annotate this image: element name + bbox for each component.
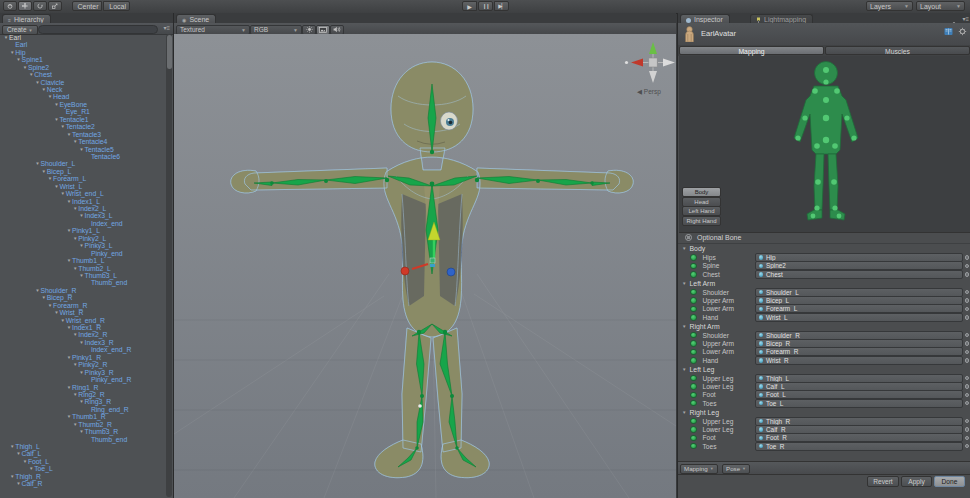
object-picker-icon[interactable] bbox=[965, 350, 970, 355]
rotate-tool-button[interactable] bbox=[33, 1, 47, 11]
step-button[interactable]: ▶▏ bbox=[494, 1, 509, 11]
object-picker-icon[interactable] bbox=[965, 298, 970, 303]
hierarchy-item[interactable]: ▼Bicep_R bbox=[0, 294, 166, 301]
hierarchy-item[interactable]: ▼Pinky1_L bbox=[0, 227, 166, 234]
pose-menu-button[interactable]: Pose▼ bbox=[722, 464, 750, 474]
object-picker-icon[interactable] bbox=[965, 401, 970, 406]
body-part-button-head[interactable]: Head bbox=[682, 197, 721, 207]
section-header[interactable]: ▼Right Arm bbox=[678, 322, 970, 331]
hierarchy-scrollbar[interactable] bbox=[166, 34, 172, 497]
section-header[interactable]: ▼Left Leg bbox=[678, 364, 970, 373]
y-axis-cone[interactable] bbox=[649, 42, 657, 54]
hierarchy-item[interactable]: ▼Wrist_end_R bbox=[0, 317, 166, 324]
object-picker-icon[interactable] bbox=[965, 290, 970, 295]
create-button[interactable]: Create ▼ bbox=[2, 25, 38, 35]
hierarchy-item[interactable]: ▼Tentacle4 bbox=[0, 138, 166, 145]
pivot-center-button[interactable]: Center bbox=[72, 1, 102, 11]
expand-arrow-icon[interactable]: ▼ bbox=[682, 324, 686, 329]
play-button[interactable]: ▶ bbox=[462, 1, 477, 11]
hierarchy-item[interactable]: ▼Thumb2_L bbox=[0, 265, 166, 272]
bone-object-field[interactable]: Foot_L bbox=[755, 390, 964, 399]
bone-object-field[interactable]: Toe_R bbox=[755, 442, 964, 451]
body-part-button-left-hand[interactable]: Left Hand bbox=[682, 206, 721, 216]
hierarchy-item[interactable]: ▼Tentacle5 bbox=[0, 146, 166, 153]
hierarchy-item[interactable]: ▼Earl bbox=[0, 34, 166, 41]
lighting-toggle-button[interactable] bbox=[302, 25, 316, 35]
scale-tool-button[interactable] bbox=[48, 1, 62, 11]
object-picker-icon[interactable] bbox=[965, 444, 970, 449]
hierarchy-item[interactable]: ▼Clavicle bbox=[0, 79, 166, 86]
color-mode-dropdown[interactable]: RGB▼ bbox=[250, 25, 302, 35]
hierarchy-item[interactable]: ▼Bicep_L bbox=[0, 168, 166, 175]
hierarchy-item[interactable]: ▼Pinky1_R bbox=[0, 354, 166, 361]
object-picker-icon[interactable] bbox=[965, 427, 970, 432]
gizmo-cube[interactable] bbox=[649, 58, 657, 67]
hierarchy-item[interactable]: Earl bbox=[0, 41, 166, 48]
hierarchy-item[interactable]: ▼Thigh_R bbox=[0, 473, 166, 480]
hierarchy-item[interactable]: ▼Ring1_R bbox=[0, 384, 166, 391]
scene-viewport[interactable]: ◀ Persp bbox=[174, 34, 676, 498]
panel-menu-icon[interactable]: ▾≡ bbox=[163, 24, 170, 31]
hierarchy-item[interactable]: ▼Thumb3_R bbox=[0, 428, 166, 435]
hierarchy-item[interactable]: ▼Calf_R bbox=[0, 480, 166, 487]
hierarchy-item[interactable]: ▼Pinky3_R bbox=[0, 369, 166, 376]
hierarchy-item[interactable]: Index_end_R bbox=[0, 346, 166, 353]
hierarchy-item[interactable]: ▼Calf_L bbox=[0, 451, 166, 458]
object-picker-icon[interactable] bbox=[965, 264, 970, 269]
hierarchy-item[interactable]: ▼Index1_L bbox=[0, 198, 166, 205]
hierarchy-item[interactable]: ▼Forearm_R bbox=[0, 302, 166, 309]
hierarchy-item[interactable]: Thumb_end bbox=[0, 436, 166, 443]
object-picker-icon[interactable] bbox=[965, 393, 970, 398]
expand-arrow-icon[interactable]: ▼ bbox=[682, 281, 686, 286]
scene-orientation-gizmo[interactable]: ◀ Persp bbox=[625, 42, 675, 96]
expand-arrow-icon[interactable]: ▼ bbox=[682, 410, 686, 415]
move-tool-button[interactable] bbox=[18, 1, 32, 11]
hierarchy-item[interactable]: ▼Ring2_R bbox=[0, 391, 166, 398]
down-axis-cone[interactable] bbox=[649, 71, 657, 83]
hierarchy-item[interactable]: Eye_R1 bbox=[0, 108, 166, 115]
hierarchy-item[interactable]: ▼Wrist_R bbox=[0, 309, 166, 316]
gizmo-x-handle[interactable] bbox=[401, 267, 409, 275]
x-axis-cone[interactable] bbox=[631, 59, 643, 67]
revert-button[interactable]: Revert bbox=[867, 476, 899, 487]
object-picker-icon[interactable] bbox=[965, 255, 970, 260]
tab-muscles[interactable]: Muscles bbox=[825, 46, 970, 55]
object-picker-icon[interactable] bbox=[965, 376, 970, 381]
hierarchy-item[interactable]: ▼Thumb3_L bbox=[0, 272, 166, 279]
bone-object-field[interactable]: Toe_L bbox=[755, 399, 964, 408]
apply-button[interactable]: Apply bbox=[901, 476, 932, 487]
hierarchy-item[interactable]: ▼Thumb1_L bbox=[0, 257, 166, 264]
hierarchy-item[interactable]: ▼Tentacle1 bbox=[0, 116, 166, 123]
hierarchy-item[interactable]: Index_end bbox=[0, 220, 166, 227]
bone-object-field[interactable]: Chest bbox=[755, 270, 964, 279]
hierarchy-item[interactable]: Pinky_end bbox=[0, 250, 166, 257]
hierarchy-item[interactable]: ▼Thigh_L bbox=[0, 443, 166, 450]
hierarchy-item[interactable]: ▼Pinky2_L bbox=[0, 235, 166, 242]
hierarchy-item[interactable]: ▼Spine1 bbox=[0, 56, 166, 63]
hierarchy-item[interactable]: ▼EyeBone bbox=[0, 101, 166, 108]
audio-toggle-button[interactable] bbox=[330, 25, 344, 35]
object-picker-icon[interactable] bbox=[965, 436, 970, 441]
object-picker-icon[interactable] bbox=[965, 307, 970, 312]
hand-tool-button[interactable] bbox=[3, 1, 17, 11]
hierarchy-item[interactable]: ▼Pinky3_L bbox=[0, 242, 166, 249]
hierarchy-item[interactable]: ▼Thumb2_R bbox=[0, 421, 166, 428]
scrollbar-thumb[interactable] bbox=[167, 35, 172, 69]
avatar-diagram[interactable] bbox=[754, 58, 899, 230]
hierarchy-item[interactable]: ▼Shoulder_R bbox=[0, 287, 166, 294]
hierarchy-item[interactable]: ▼Foot_L bbox=[0, 458, 166, 465]
object-picker-icon[interactable] bbox=[965, 419, 970, 424]
hierarchy-item[interactable]: ▼Tentacle3 bbox=[0, 131, 166, 138]
help-book-icon[interactable] bbox=[944, 27, 953, 36]
bone-object-field[interactable]: Foot_R bbox=[755, 433, 964, 442]
gear-icon[interactable] bbox=[958, 27, 967, 36]
layout-dropdown[interactable]: Layout▼ bbox=[916, 1, 965, 11]
layers-dropdown[interactable]: Layers▼ bbox=[866, 1, 913, 11]
done-button[interactable]: Done bbox=[934, 476, 965, 487]
panel-menu-icon[interactable]: ▾≡ bbox=[962, 15, 969, 22]
object-picker-icon[interactable] bbox=[965, 358, 970, 363]
game-overlay-toggle-button[interactable] bbox=[316, 25, 330, 35]
object-picker-icon[interactable] bbox=[965, 272, 970, 277]
hierarchy-item[interactable]: ▼Index2_L bbox=[0, 205, 166, 212]
object-picker-icon[interactable] bbox=[965, 333, 970, 338]
